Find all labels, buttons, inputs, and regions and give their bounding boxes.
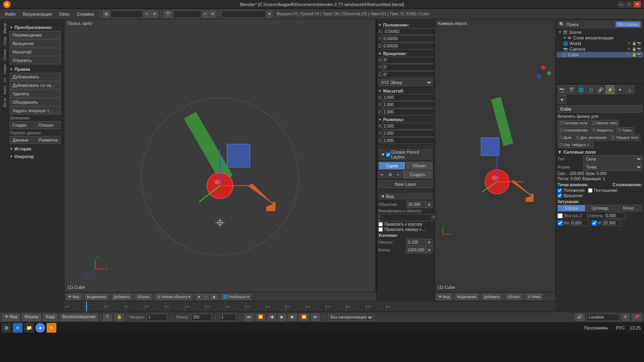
dim-y-input[interactable] [382,130,435,137]
falloff-cone-btn[interactable]: Конус [615,205,642,212]
pos-z-input[interactable] [382,43,435,49]
delete-button[interactable]: Удалить [10,90,61,98]
outliner-search-input[interactable]: Поиск [566,22,615,27]
min-input[interactable] [571,220,589,226]
bc-sync-select[interactable]: Без синхронизации [328,314,374,321]
gp-enable-checkbox[interactable] [386,152,390,157]
render-engine-dropdown[interactable]: ▾ [266,10,272,18]
bc-mode-btn[interactable]: 👁 Вид [2,314,20,321]
location-checkbox[interactable] [557,188,562,193]
physics-btn-rigid[interactable]: ☐ Твёрдое тело [609,134,640,141]
bc-prev-key-btn[interactable]: ⏪ [256,314,265,321]
props-icon-data[interactable]: △ [625,85,634,94]
props-icon-render[interactable]: 📷 [557,85,566,94]
vt-tex-btn[interactable]: ◑ [210,294,217,300]
scale-y-input[interactable] [382,101,435,108]
force-shape-select[interactable]: Точка [583,163,642,171]
join-button[interactable]: Объединить [10,98,61,106]
bc-skip-start-btn[interactable]: ⏮ [244,314,253,321]
move-button[interactable]: Перемещение [10,31,61,39]
vt-add-btn[interactable]: Добавить [112,294,132,300]
taskbar-programs[interactable]: Программы [581,325,611,330]
absorption-checkbox[interactable] [588,188,592,193]
tree-item-camera[interactable]: 📷 Camera 👁 🔒 📷 [557,46,643,52]
bc-location-x-btn[interactable]: ✕ [621,314,630,321]
side-tool-1[interactable]: Инстр [2,22,7,35]
tree-eye-world[interactable]: 👁 [627,41,632,45]
clip-end-value[interactable]: 1000.000 [406,246,426,253]
gp-scene-btn[interactable]: Сцена [378,162,405,170]
bc-location-pin-btn[interactable]: 📌 [632,314,642,321]
mirror-button[interactable]: Отразить [10,56,61,64]
lens-copy[interactable]: ⊞ [426,201,433,208]
physics-btn-force[interactable]: ☐ Силовое поле [557,120,590,126]
max-input[interactable] [603,220,621,226]
menu-render[interactable]: Визуализация [20,10,55,18]
flat-button[interactable]: Плоско [36,121,61,129]
rot-y-input[interactable] [382,64,435,71]
rotation-checkbox[interactable] [557,193,562,198]
bc-location-input[interactable] [587,314,619,321]
props-icon-world[interactable]: 🌐 [577,85,586,94]
render-engine[interactable]: Рендер Blender [221,10,266,18]
menu-help[interactable]: Справка [74,10,97,18]
scene-remove[interactable]: ✕ [209,10,216,18]
close-button[interactable]: ✕ [634,1,641,8]
gp-add-icon[interactable]: + [394,171,402,178]
props-icon-constraints[interactable]: 🔗 [596,85,605,94]
tree-lock-cube[interactable]: 🔒 [632,53,637,57]
gp-create-btn[interactable]: Создать [402,171,433,179]
tree-item-cube[interactable]: ◻ Cube 👁 🔒 📷 [557,52,643,58]
duplicate-sv-button[interactable]: Дублировать со св... [10,81,61,89]
physics-btn-dynamic[interactable]: ☐ Дин. рисование [574,134,609,141]
vt-select-btn[interactable]: Выделение [85,294,108,300]
bc-end-input[interactable] [191,314,211,321]
set-origin-button[interactable]: Задать опорную т... [10,107,61,115]
scale-x-input[interactable] [382,94,435,101]
scale-button[interactable]: Масштаб [10,48,61,56]
props-icon-scene[interactable]: 🎬 [567,85,576,94]
bc-marker-btn[interactable]: Маркер [22,314,41,321]
vt-wire-btn[interactable]: ○ [203,294,209,300]
tree-item-world[interactable]: 🌐 World 👁 🔒 📷 [557,41,643,46]
rot-x-input[interactable] [382,57,435,64]
props-icon-material[interactable]: ● [557,95,566,104]
taskbar-chrome[interactable]: ● [35,323,45,333]
tree-eye-cube[interactable]: 👁 [627,53,632,57]
minimize-button[interactable]: — [617,1,625,8]
menu-window[interactable]: Окно [56,10,73,18]
physics-btn-collision[interactable]: ☐ Столкновение [557,127,590,134]
side-tool-4[interactable]: Навиг [2,62,7,76]
duplicate-button[interactable]: Дублировать [10,73,61,81]
dim-z-input[interactable] [382,137,435,144]
bc-current-input[interactable] [220,314,236,321]
bc-skip-end-btn[interactable]: ⏭ [311,314,320,321]
data-button[interactable]: Данные [10,136,35,144]
clip-start-value[interactable]: 0.100 [407,239,426,246]
bc-frame-btn[interactable]: Кадр [43,314,58,321]
scale-z-input[interactable] [382,109,435,115]
bc-prev-frame-btn[interactable]: ◀ [268,314,276,321]
tree-render-cube[interactable]: 📷 [637,53,642,57]
side-tool-2[interactable]: Созд [2,35,7,47]
menu-file[interactable]: Файл [2,10,19,18]
scene-name[interactable]: Scene [173,10,201,18]
props-icon-object[interactable]: ◻ [586,85,595,94]
euler-select[interactable]: XYZ Эйлер [378,79,433,86]
falloff-cylinder-btn[interactable]: Цилиндр [586,205,614,212]
lens-value[interactable]: 35.000 [407,201,426,208]
lock-object-input[interactable] [380,214,432,221]
scene-add[interactable]: + [202,10,208,18]
rotate-button[interactable]: Вращение [10,39,61,47]
bc-next-frame-btn[interactable]: ▶ [289,314,297,321]
bc-play-btn[interactable]: Воспроизведение [60,314,98,321]
camera-checkbox[interactable] [378,227,383,232]
physics-btn-cloth[interactable]: ☐ Ткань [616,127,634,134]
layout-name[interactable]: Default [111,10,143,18]
props-icon-particles[interactable]: ✦ [615,85,624,94]
layout-remove[interactable]: ✕ [151,10,158,18]
taskbar-start[interactable]: ⊞ [2,323,11,333]
physics-btn-rigid-c[interactable]: ☐ Огр. твёрдых т... [557,142,593,148]
tree-render-world[interactable]: 📷 [637,41,642,45]
tree-eye-cam[interactable]: 👁 [627,47,632,51]
